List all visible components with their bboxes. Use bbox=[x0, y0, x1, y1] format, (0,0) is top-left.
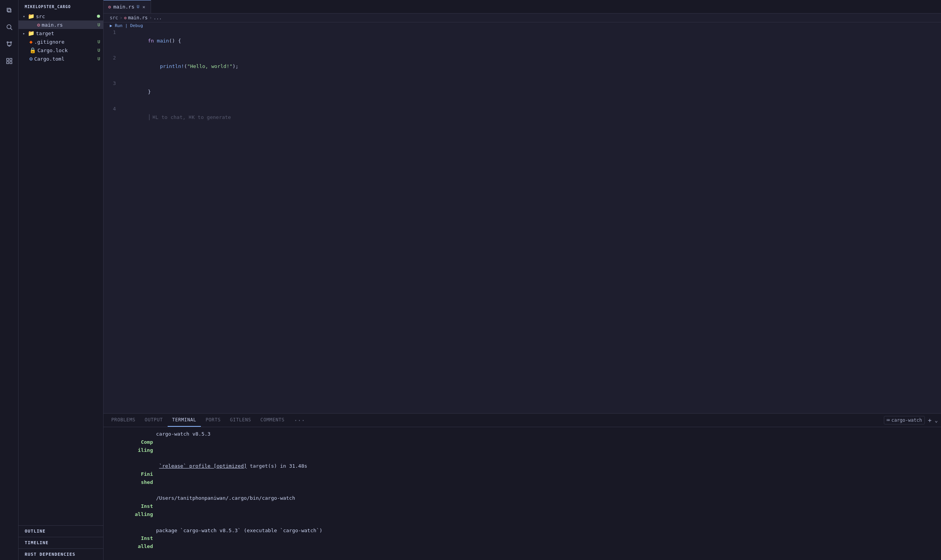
code-line-2: 2 println!("Hello, world!"); bbox=[104, 54, 941, 79]
closing-brace: } bbox=[148, 89, 151, 95]
cursor-bar: │ bbox=[148, 114, 151, 120]
terminal-icon: ⌨ bbox=[887, 417, 890, 423]
terminal-tab-bar: PROBLEMS OUTPUT TERMINAL PORTS GITLENS C… bbox=[104, 414, 941, 427]
cargo-icon: ⚙ bbox=[29, 56, 32, 62]
code-lens[interactable]: ▶ Run | Debug bbox=[104, 22, 941, 28]
terminal-panel: PROBLEMS OUTPUT TERMINAL PORTS GITLENS C… bbox=[104, 413, 941, 560]
files-icon[interactable]: ⧉ bbox=[2, 3, 16, 17]
add-terminal-button[interactable]: + bbox=[928, 417, 932, 424]
line-content-1: fn main() { bbox=[122, 28, 941, 54]
main-area: ⚙ main.rs U ✕ src › ⚙ main.rs › ... ▶ Ru… bbox=[104, 0, 941, 560]
code-line-3: 3 } bbox=[104, 79, 941, 105]
svg-rect-5 bbox=[7, 58, 8, 60]
rust-deps-section[interactable]: RUST DEPENDENCIES bbox=[19, 548, 103, 560]
folder-icon: 📁 bbox=[28, 13, 34, 19]
file-tree: ▾ 📁 src ⚙ main.rs U ▸ 📁 target ◆ .gitign… bbox=[19, 12, 103, 525]
lock-icon: 🔒 bbox=[29, 47, 36, 53]
more-tabs-button[interactable]: ··· bbox=[291, 417, 308, 424]
string-hello: "Hello, world!" bbox=[187, 63, 232, 69]
keyword-fn: fn bbox=[148, 38, 157, 44]
tree-item-label: src bbox=[36, 14, 95, 19]
timeline-section[interactable]: TIMELINE bbox=[19, 537, 103, 548]
line-number-4: 4 bbox=[104, 105, 122, 113]
breadcrumb-sep-2: › bbox=[149, 15, 152, 20]
project-title: MIKELOPSTER_CARGO bbox=[19, 0, 103, 12]
keyword-finished: Finished bbox=[141, 471, 153, 485]
tree-item-cargo-toml[interactable]: ⚙ Cargo.toml U bbox=[19, 54, 103, 63]
tree-item-target[interactable]: ▸ 📁 target bbox=[19, 29, 103, 37]
tab-gitlens[interactable]: GITLENS bbox=[225, 414, 256, 427]
term-installed-text: package `cargo-watch v8.5.3` (executable… bbox=[156, 527, 322, 535]
tree-item-main-rs[interactable]: ⚙ main.rs U bbox=[19, 20, 103, 29]
folder-icon: 📁 bbox=[28, 30, 34, 36]
terminal-line-installing: Installing /Users/tanitphonpaniwan/.carg… bbox=[110, 494, 935, 526]
terminal-line-finished-release: Finished `release` profile [optimized] t… bbox=[110, 462, 935, 494]
rust-breadcrumb-icon: ⚙ bbox=[124, 15, 127, 20]
svg-rect-8 bbox=[10, 62, 12, 64]
keyword-installing: Installing bbox=[135, 503, 153, 517]
line-content-3: } bbox=[122, 79, 941, 105]
svg-point-4 bbox=[8, 45, 10, 46]
search-icon[interactable] bbox=[2, 20, 16, 34]
activity-bar: ⧉ bbox=[0, 0, 19, 560]
tree-item-cargo-lock[interactable]: 🔒 Cargo.lock U bbox=[19, 46, 103, 54]
tab-output[interactable]: OUTPUT bbox=[140, 414, 168, 427]
keyword-installed: Installed bbox=[138, 535, 153, 549]
svg-line-1 bbox=[10, 28, 12, 30]
untracked-badge: U bbox=[97, 56, 100, 61]
source-control-icon[interactable] bbox=[2, 37, 16, 51]
extensions-icon[interactable] bbox=[2, 54, 16, 68]
line-content-4: │⌘L to chat, ⌘K to generate bbox=[122, 105, 941, 130]
ghost-text-hint: ⌘L to chat, ⌘K to generate bbox=[152, 114, 231, 120]
svg-point-2 bbox=[7, 42, 8, 43]
chevron-down-icon: ▾ bbox=[22, 14, 26, 19]
macro-println: println! bbox=[160, 63, 184, 69]
tree-item-label: main.rs bbox=[42, 22, 95, 28]
tree-item-gitignore[interactable]: ◆ .gitignore U bbox=[19, 37, 103, 46]
breadcrumb-more: ... bbox=[153, 15, 162, 20]
split-terminal-button[interactable]: ⌄ bbox=[935, 417, 938, 423]
rust-tab-icon: ⚙ bbox=[108, 4, 111, 10]
line-content-2: println!("Hello, world!"); bbox=[122, 54, 941, 79]
modified-dot bbox=[97, 15, 100, 18]
terminal-name: cargo-watch bbox=[891, 417, 922, 423]
rust-file-icon: ⚙ bbox=[37, 22, 40, 28]
line-number-1: 1 bbox=[104, 28, 122, 37]
line-number-3: 3 bbox=[104, 79, 122, 88]
svg-point-3 bbox=[10, 42, 12, 43]
outline-section[interactable]: OUTLINE bbox=[19, 525, 103, 537]
tab-ports[interactable]: PORTS bbox=[201, 414, 225, 427]
breadcrumb: src › ⚙ main.rs › ... bbox=[104, 14, 941, 22]
tree-item-src[interactable]: ▾ 📁 src bbox=[19, 12, 103, 20]
tree-item-label: target bbox=[36, 31, 100, 36]
svg-point-0 bbox=[7, 25, 11, 29]
untracked-badge: U bbox=[97, 22, 100, 27]
tab-bar: ⚙ main.rs U ✕ bbox=[104, 0, 941, 14]
tree-item-label: .gitignore bbox=[34, 39, 94, 45]
chevron-right-icon: ▸ bbox=[22, 31, 26, 36]
breadcrumb-src: src bbox=[110, 15, 118, 20]
term-finished-release-text: `release` profile [optimized] target(s) … bbox=[156, 462, 307, 470]
terminal-line-installed: Installed package `cargo-watch v8.5.3` (… bbox=[110, 527, 935, 559]
svg-rect-7 bbox=[7, 62, 8, 64]
tree-item-label: Cargo.toml bbox=[34, 56, 94, 62]
run-debug-label: ▶ Run | Debug bbox=[110, 23, 143, 28]
code-editor: 1 fn main() { 2 println!("Hello, world!"… bbox=[104, 28, 941, 413]
tab-terminal[interactable]: TERMINAL bbox=[168, 414, 201, 427]
untracked-badge: U bbox=[97, 48, 100, 53]
keyword-compiling: Compiling bbox=[138, 439, 153, 453]
tab-problems[interactable]: PROBLEMS bbox=[107, 414, 140, 427]
tab-close-button[interactable]: ✕ bbox=[142, 3, 146, 10]
svg-rect-6 bbox=[10, 58, 12, 60]
terminal-content: Compiling cargo-watch v8.5.3 Finished `r… bbox=[104, 427, 941, 560]
breadcrumb-file: main.rs bbox=[128, 15, 148, 20]
terminal-line-compiling: Compiling cargo-watch v8.5.3 bbox=[110, 430, 935, 462]
tree-item-label: Cargo.lock bbox=[37, 48, 94, 53]
tab-main-rs[interactable]: ⚙ main.rs U ✕ bbox=[104, 0, 151, 13]
terminal-instance-label[interactable]: ⌨ cargo-watch bbox=[884, 416, 925, 424]
fn-name: main bbox=[157, 38, 169, 44]
term-installing-text: /Users/tanitphonpaniwan/.cargo/bin/cargo… bbox=[156, 494, 295, 502]
punct-close: ); bbox=[233, 63, 239, 69]
line-number-2: 2 bbox=[104, 54, 122, 62]
tab-comments[interactable]: COMMENTS bbox=[256, 414, 289, 427]
